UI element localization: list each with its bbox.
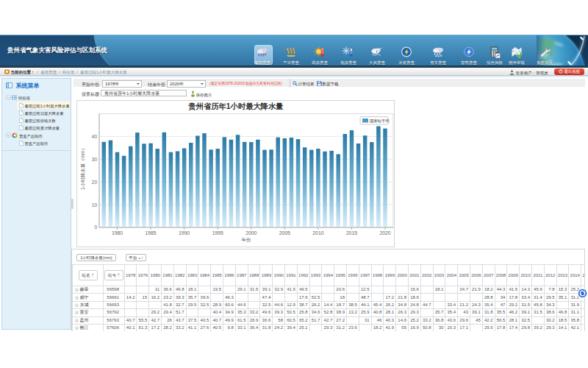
- svg-text:1995: 1995: [212, 230, 223, 236]
- svg-text:2020: 2020: [379, 230, 390, 236]
- svg-text:0: 0: [94, 224, 97, 230]
- svg-text:30: 30: [92, 156, 98, 161]
- svg-text:2010: 2010: [312, 230, 323, 236]
- svg-text:年份: 年份: [242, 237, 252, 243]
- svg-text:40: 40: [92, 133, 98, 138]
- svg-text:2015: 2015: [346, 230, 357, 236]
- svg-text:2000: 2000: [245, 230, 257, 236]
- svg-text:20: 20: [92, 179, 98, 184]
- svg-text:2005: 2005: [279, 230, 290, 236]
- svg-text:1小时降水量（mm）: 1小时降水量（mm）: [80, 146, 86, 190]
- svg-text:1985: 1985: [146, 230, 157, 236]
- svg-text:10: 10: [92, 202, 98, 207]
- svg-text:贵州省历年1小时最大降水量: 贵州省历年1小时最大降水量: [187, 102, 283, 111]
- svg-text:国家站平均: 国家站平均: [370, 118, 389, 124]
- svg-text:1990: 1990: [179, 230, 190, 236]
- svg-text:1980: 1980: [112, 230, 123, 236]
